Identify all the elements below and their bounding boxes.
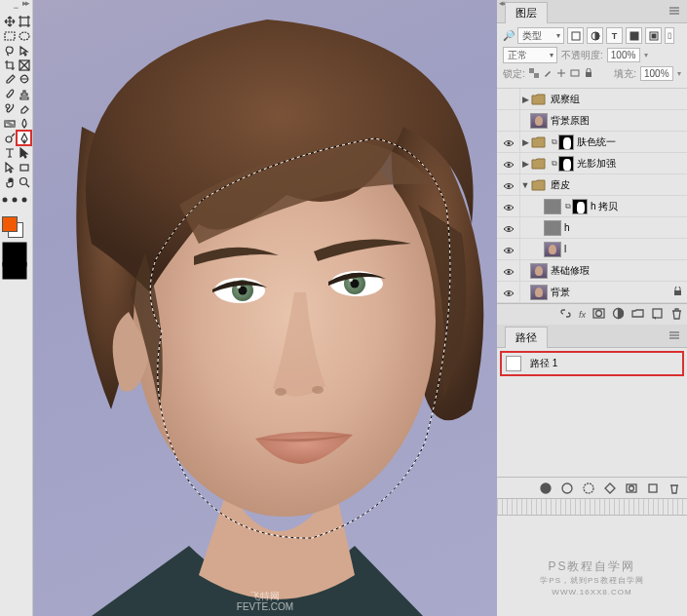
new-path-icon[interactable] [646,481,660,495]
foreground-color-swatch[interactable] [2,216,18,232]
ellipse-marquee-tool[interactable] [17,28,31,43]
disclosure-icon[interactable]: ▶ [520,159,530,169]
visibility-toggle[interactable] [497,217,520,238]
new-layer-icon[interactable] [651,306,664,324]
artboard-tool[interactable] [17,14,31,28]
frame-tool[interactable] [17,58,31,72]
type-tool[interactable] [2,145,17,160]
crop-tool[interactable] [2,58,17,72]
path-item[interactable]: 路径 1 [500,351,684,376]
paths-panel-tab[interactable]: 路径 [497,325,687,348]
svg-point-9 [13,198,18,203]
move-tool[interactable] [2,14,17,28]
hand-tool[interactable] [2,174,17,189]
delete-path-icon[interactable] [668,481,681,495]
layer-row[interactable]: ▼磨皮 [497,174,687,196]
filter-adjust-icon[interactable] [587,27,603,44]
layer-row[interactable]: ⧉h 拷贝 [497,196,687,217]
svg-point-38 [507,163,510,166]
layer-row[interactable]: ▶⧉肤色统一 [497,132,687,153]
layers-panel-tab[interactable]: ◂◂ 图层 [497,0,687,23]
fx-icon[interactable]: fx [579,310,586,320]
svg-point-47 [596,310,602,316]
layer-row[interactable]: 基础修瑕 [497,260,687,282]
filter-toggle[interactable]: ▯ [665,27,674,44]
selection-to-path-icon[interactable] [603,481,617,495]
layer-row[interactable]: l [497,239,687,260]
mask-icon[interactable] [592,306,605,324]
visibility-toggle[interactable] [497,153,520,173]
lock-all-icon[interactable] [584,68,593,80]
quick-select-tool[interactable] [17,43,31,58]
lock-position-icon[interactable] [556,68,566,80]
visibility-toggle[interactable] [497,196,520,216]
blur-tool[interactable] [17,116,31,131]
svg-point-55 [584,483,593,493]
visibility-toggle[interactable] [497,282,520,302]
folder-icon [530,135,548,150]
rect-marquee-tool[interactable] [2,28,17,43]
patch-tool[interactable] [17,72,31,87]
layer-row[interactable]: 背景原图 [497,110,687,132]
screen-mode-button[interactable] [0,263,29,281]
filter-shape-icon[interactable] [626,27,642,44]
adjustment-icon[interactable] [612,306,625,324]
mask-thumbnail [572,199,588,214]
visibility-toggle[interactable] [497,260,520,281]
layer-thumbnail [544,242,561,257]
path-select-tool[interactable] [17,145,31,160]
filter-pixel-icon[interactable] [567,27,584,44]
lock-artboard-icon[interactable] [570,68,580,80]
color-swatches[interactable] [0,214,32,240]
stroke-path-icon[interactable] [560,481,574,495]
add-mask-icon[interactable] [625,481,638,495]
lock-pixels-icon[interactable] [529,68,539,80]
disclosure-icon[interactable]: ▶ [520,137,530,147]
layer-row[interactable]: ▶⧉光影加强 [497,153,687,174]
zoom-tool[interactable] [17,174,31,189]
paths-panel-menu-icon[interactable] [668,328,683,342]
lock-brush-icon[interactable] [543,68,553,80]
toolbox-collapse[interactable]: ▸▸ [22,0,28,8]
group-icon[interactable] [631,306,644,324]
gradient-tool[interactable] [2,116,17,131]
document-canvas[interactable]: 飞特网 FEVTE.COM [33,0,497,616]
paths-empty-area[interactable] [497,379,687,477]
lasso-tool[interactable] [2,43,17,58]
link-layers-icon[interactable] [559,306,572,324]
rectangle-tool[interactable] [17,160,31,174]
visibility-toggle[interactable] [497,174,520,195]
filter-type-icon[interactable]: T [606,27,623,44]
visibility-toggle[interactable] [497,110,520,131]
layers-panel-menu-icon[interactable] [668,4,683,18]
visibility-toggle[interactable] [497,239,520,259]
layer-filter-select[interactable]: 类型 [517,27,564,44]
filter-smart-icon[interactable] [645,27,662,44]
dodge-tool[interactable] [2,131,17,145]
fill-path-icon[interactable] [539,481,553,495]
svg-rect-1 [5,32,15,40]
layer-row[interactable]: 背景 [497,282,687,303]
path-to-selection-icon[interactable] [582,481,595,495]
layer-row[interactable]: h [497,217,687,239]
edit-toolbar-button[interactable] [0,191,29,209]
trash-icon[interactable] [670,306,683,324]
disclosure-icon[interactable]: ▼ [520,180,530,190]
eyedropper-tool[interactable] [2,72,17,87]
visibility-toggle[interactable] [497,132,520,152]
direct-select-tool[interactable] [2,160,17,174]
pen-tool[interactable] [17,131,31,145]
brush-tool[interactable] [2,87,17,101]
eraser-tool[interactable] [17,101,31,116]
timeline-strip[interactable] [497,498,687,516]
disclosure-icon[interactable]: ▶ [520,95,530,104]
history-brush-tool[interactable] [2,101,17,116]
fill-dropdown-icon[interactable]: ▾ [677,69,681,78]
layer-row[interactable]: ▶观察组 [497,89,687,110]
opacity-field[interactable]: 100% [607,48,640,62]
fill-field[interactable]: 100% [640,66,673,81]
visibility-toggle[interactable] [497,89,520,109]
stamp-tool[interactable] [17,87,31,101]
blend-mode-select[interactable]: 正常 [503,47,557,63]
opacity-dropdown-icon[interactable]: ▾ [644,51,648,59]
